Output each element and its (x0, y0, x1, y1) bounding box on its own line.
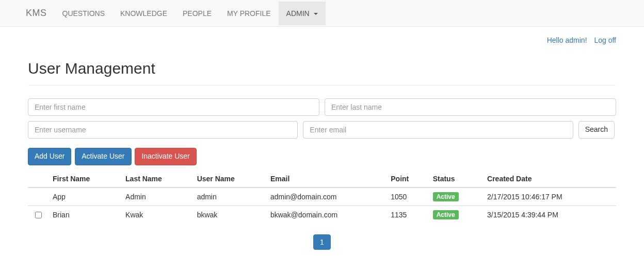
logoff-link[interactable]: Log off (594, 36, 616, 44)
username-input[interactable] (28, 121, 298, 139)
cell-point: 1135 (387, 206, 428, 224)
activate-user-button[interactable]: Activate User (75, 148, 131, 165)
header-email: Email (266, 170, 387, 187)
header-created-date: Created Date (483, 170, 616, 187)
inactivate-user-button[interactable]: Inactivate User (135, 148, 196, 165)
cell-email: bkwak@domain.com (266, 206, 387, 224)
cell-status: Active (429, 206, 483, 224)
nav-item-admin[interactable]: ADMIN (279, 2, 326, 25)
last-name-input[interactable] (325, 98, 616, 116)
cell-created-date: 3/15/2015 4:39:44 PM (483, 206, 616, 224)
nav-list: QUESTIONS KNOWLEDGE PEOPLE MY PROFILE AD… (55, 2, 326, 25)
title-separator (28, 85, 616, 86)
cell-first-name: App (49, 187, 121, 206)
search-button[interactable]: Search (578, 121, 615, 139)
header-checkbox (28, 170, 49, 187)
cell-email: admin@domain.com (266, 187, 387, 206)
table-row: BrianKwakbkwakbkwak@domain.com1135Active… (28, 206, 616, 224)
row-checkbox[interactable] (35, 212, 42, 218)
top-links: Hello admin! Log off (28, 27, 616, 49)
header-user-name: User Name (193, 170, 266, 187)
nav-item-my-profile[interactable]: MY PROFILE (219, 2, 279, 25)
page-title: User Management (28, 60, 616, 77)
table-row: AppAdminadminadmin@domain.com1050Active2… (28, 187, 616, 206)
header-last-name: Last Name (121, 170, 193, 187)
first-name-input[interactable] (28, 98, 319, 116)
greeting-link[interactable]: Hello admin! (547, 36, 587, 44)
user-table: First Name Last Name User Name Email Poi… (28, 170, 616, 224)
status-badge: Active (433, 210, 459, 219)
cell-first-name: Brian (49, 206, 121, 224)
cell-user-name: admin (193, 187, 266, 206)
header-status: Status (429, 170, 483, 187)
page-current[interactable]: 1 (313, 234, 331, 250)
cell-point: 1050 (387, 187, 428, 206)
brand[interactable]: KMS (8, 0, 55, 26)
cell-last-name: Admin (121, 187, 193, 206)
pagination: 1 (28, 234, 616, 250)
cell-last-name: Kwak (121, 206, 193, 224)
header-point: Point (387, 170, 428, 187)
cell-user-name: bkwak (193, 206, 266, 224)
caret-down-icon (314, 13, 318, 15)
status-badge: Active (433, 192, 459, 201)
header-first-name: First Name (49, 170, 121, 187)
cell-created-date: 2/17/2015 10:46:17 PM (483, 187, 616, 206)
email-input[interactable] (303, 121, 573, 139)
nav-item-questions[interactable]: QUESTIONS (55, 2, 112, 25)
add-user-button[interactable]: Add User (28, 148, 71, 165)
nav-item-knowledge[interactable]: KNOWLEDGE (112, 2, 175, 25)
cell-status: Active (429, 187, 483, 206)
nav-item-people[interactable]: PEOPLE (175, 2, 219, 25)
navbar: KMS QUESTIONS KNOWLEDGE PEOPLE MY PROFIL… (0, 0, 644, 27)
action-buttons: Add User Activate User Inactivate User (28, 148, 616, 165)
